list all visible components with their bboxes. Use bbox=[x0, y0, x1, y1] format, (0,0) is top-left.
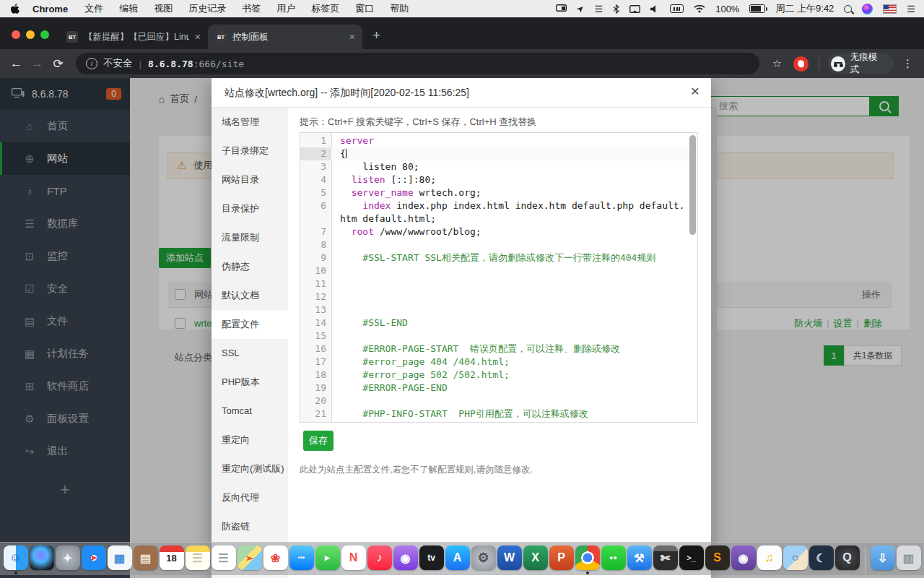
dock-news[interactable]: N bbox=[341, 545, 366, 576]
apple-menu[interactable] bbox=[10, 4, 19, 14]
menubar-menu-item[interactable]: 帮助 bbox=[390, 2, 409, 15]
modal-menu-item[interactable]: SSL bbox=[212, 339, 288, 368]
dock-trash[interactable]: ▥ bbox=[897, 545, 921, 576]
battery-icon[interactable] bbox=[749, 4, 765, 13]
dock-preview-photo[interactable]: ▦ bbox=[108, 545, 132, 576]
dock-safari[interactable]: ➤ bbox=[82, 545, 106, 576]
menubar-menu-item[interactable]: 视图 bbox=[154, 2, 173, 15]
dock-finder[interactable]: ☺ bbox=[4, 545, 28, 576]
dock-screenshot[interactable]: ○ bbox=[783, 545, 808, 576]
dock-photos[interactable]: ❀ bbox=[263, 545, 288, 576]
notification-center-icon[interactable]: ☰ bbox=[907, 4, 915, 14]
dock-kindle[interactable]: ☾ bbox=[809, 545, 834, 576]
editor-scrollbar[interactable] bbox=[689, 135, 696, 235]
menubar-menu-item[interactable]: 文件 bbox=[84, 2, 103, 15]
dock-system-preferences[interactable]: ⚙ bbox=[471, 545, 496, 576]
modal-menu-item[interactable]: 默认文档 bbox=[212, 281, 288, 310]
maximize-window-button[interactable] bbox=[40, 30, 49, 39]
dock-maps[interactable]: ➢ bbox=[237, 545, 262, 576]
modal-menu-item[interactable]: Tomcat bbox=[212, 397, 288, 426]
modal-menu-item[interactable]: 流量限制 bbox=[212, 223, 288, 252]
modal-menu-item[interactable]: 重定向 bbox=[212, 426, 288, 454]
dock-apple-tv[interactable]: tv bbox=[419, 545, 444, 576]
dock-chrome[interactable] bbox=[575, 545, 600, 576]
tab-close-icon[interactable]: × bbox=[195, 31, 201, 43]
code-content bbox=[331, 277, 689, 290]
volume-icon[interactable] bbox=[650, 5, 660, 13]
modal-menu-item[interactable]: 伪静态 bbox=[212, 252, 288, 281]
dock-word[interactable]: W bbox=[497, 545, 522, 576]
dock-xcode[interactable]: ⚒ bbox=[627, 545, 652, 576]
modal-menu-item[interactable]: 反向代理 bbox=[212, 483, 288, 512]
dock-quicktime[interactable]: Q bbox=[835, 545, 860, 576]
line-number: 18 bbox=[300, 368, 331, 381]
dock-calendar[interactable]: 18 bbox=[160, 545, 184, 576]
menubar-menu-item[interactable]: 窗口 bbox=[355, 2, 374, 15]
minimize-window-button[interactable] bbox=[26, 30, 35, 39]
reload-button[interactable]: ⟳ bbox=[48, 56, 69, 72]
spotlight-icon[interactable] bbox=[844, 5, 852, 13]
dock-wechat[interactable]: ●● bbox=[601, 545, 626, 576]
app-menu-chrome[interactable]: Chrome bbox=[32, 4, 68, 14]
address-bar[interactable]: i 不安全 | 8.6.8.78 :666/site bbox=[76, 53, 759, 74]
dock-terminal[interactable]: >_ bbox=[679, 545, 704, 576]
dock-downloads[interactable]: ⇩ bbox=[871, 545, 895, 576]
screen-mirroring-icon[interactable] bbox=[629, 5, 640, 13]
modal-menu-item[interactable]: 子目录绑定 bbox=[212, 137, 288, 165]
bluetooth-icon[interactable] bbox=[613, 4, 619, 14]
page-scrollbar[interactable] bbox=[711, 107, 717, 540]
new-tab-button[interactable]: + bbox=[372, 27, 380, 43]
adblock-extension-icon[interactable] bbox=[793, 56, 808, 72]
forward-button[interactable]: → bbox=[27, 56, 48, 71]
menubar-menu-item[interactable]: 用户 bbox=[276, 2, 295, 15]
dock-qq-music[interactable]: ♫ bbox=[757, 545, 782, 576]
modal-menu-item[interactable]: 防盗链 bbox=[212, 512, 288, 541]
location-arrow-icon[interactable]: ➤ bbox=[575, 2, 587, 14]
bookmark-star-icon[interactable]: ☆ bbox=[772, 57, 782, 70]
browser-tab[interactable]: BT控制面板× bbox=[208, 25, 362, 49]
dock-music[interactable]: ♪ bbox=[367, 545, 392, 576]
keyboard-battery-icon[interactable] bbox=[670, 4, 684, 13]
clock-label[interactable]: 周二 上午9:42 bbox=[775, 2, 834, 15]
display-icon[interactable] bbox=[556, 4, 567, 13]
modal-menu-item[interactable]: 目录保护 bbox=[212, 194, 288, 223]
menubar-menu-item[interactable]: 历史记录 bbox=[188, 2, 226, 15]
modal-menu-item[interactable]: PHP版本 bbox=[212, 368, 288, 397]
modal-close-icon[interactable]: × bbox=[691, 82, 699, 100]
menubar-menu-item[interactable]: 标签页 bbox=[311, 2, 339, 15]
close-window-button[interactable] bbox=[12, 30, 20, 39]
modal-menu-item[interactable]: 网站目录 bbox=[212, 165, 288, 194]
code-content: server_name wrtech.org; bbox=[331, 186, 689, 199]
dock-github[interactable]: ◉ bbox=[731, 545, 756, 576]
modal-menu-item[interactable]: 域名管理 bbox=[212, 108, 288, 137]
dock-final-cut[interactable]: ✄ bbox=[653, 545, 678, 576]
dock-podcasts[interactable]: ◉ bbox=[393, 545, 418, 576]
dock-messages[interactable]: ••• bbox=[289, 545, 314, 576]
config-code-editor[interactable]: 1server2{3 listen 80;4 listen [::]:80;5 … bbox=[300, 132, 698, 423]
back-button[interactable]: ← bbox=[6, 56, 27, 71]
dock-facetime[interactable]: ► bbox=[315, 545, 340, 576]
dock-powerpoint[interactable]: P bbox=[549, 545, 574, 576]
dock-app-store[interactable]: A bbox=[445, 545, 470, 576]
site-info-icon[interactable]: i bbox=[86, 58, 97, 69]
siri-icon[interactable] bbox=[862, 4, 873, 14]
wifi-icon[interactable] bbox=[694, 4, 705, 13]
menubar-menu-item[interactable]: 书签 bbox=[242, 2, 261, 15]
input-source-flag-icon[interactable] bbox=[883, 4, 897, 14]
tab-close-icon[interactable]: × bbox=[349, 31, 355, 43]
dock-sublime[interactable]: S bbox=[705, 545, 730, 576]
dock-notes[interactable]: ☰ bbox=[186, 545, 210, 576]
dock-siri[interactable] bbox=[30, 545, 54, 576]
save-button[interactable]: 保存 bbox=[303, 431, 334, 451]
code-line: 7 root /www/wwwroot/blog; bbox=[300, 225, 689, 238]
dock-launchpad[interactable]: ✦ bbox=[56, 545, 80, 576]
menubar-menu-item[interactable]: 编辑 bbox=[119, 2, 138, 15]
modal-menu-item[interactable]: 重定向(测试版) bbox=[212, 454, 288, 483]
dock-reminders[interactable]: ☰ bbox=[212, 545, 236, 576]
dock-excel[interactable]: X bbox=[523, 545, 548, 576]
layers-icon[interactable]: ☰ bbox=[595, 4, 603, 14]
modal-menu-item[interactable]: 配置文件 bbox=[212, 310, 288, 339]
dock-contacts[interactable]: ▤ bbox=[134, 545, 158, 576]
chrome-menu-icon[interactable]: ⋮ bbox=[902, 57, 914, 70]
browser-tab[interactable]: BT【新提醒】【已回应】Linux 宝塔× bbox=[59, 25, 208, 49]
